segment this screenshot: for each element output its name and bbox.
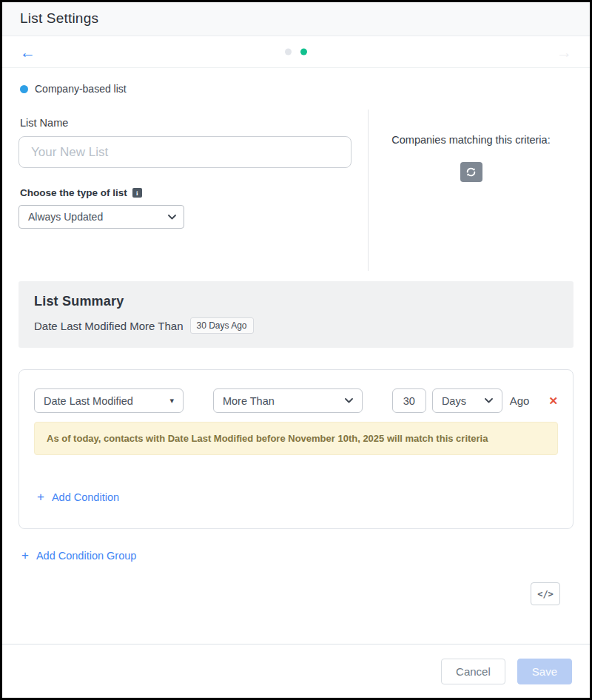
condition-field-dropdown[interactable]: Date Last Modified ▾ (34, 388, 184, 413)
remove-condition-icon[interactable]: ✕ (548, 395, 558, 406)
plus-icon: + (21, 549, 29, 562)
criteria-heading: Companies matching this criteria: (391, 134, 550, 146)
form-left-column: List Name Choose the type of list i Alwa… (18, 110, 368, 271)
list-type-label-row: Choose the type of list i (20, 187, 353, 198)
forward-arrow-icon: → (556, 44, 572, 60)
condition-row: Date Last Modified ▾ More Than Days Ago … (34, 388, 558, 413)
condition-value-input[interactable] (392, 388, 426, 413)
wizard-nav-bar: ← → (2, 36, 590, 68)
add-condition-button[interactable]: + Add Condition (37, 491, 119, 503)
add-condition-label: Add Condition (52, 491, 119, 503)
refresh-icon (465, 166, 477, 178)
save-button[interactable]: Save (517, 659, 572, 684)
info-icon[interactable]: i (132, 188, 142, 198)
summary-badge: 30 Days Ago (190, 317, 254, 334)
caret-down-icon: ▾ (169, 396, 174, 405)
step-dot-1[interactable] (285, 49, 292, 55)
condition-unit-select[interactable]: Days (432, 388, 502, 413)
form-columns: List Name Choose the type of list i Alwa… (18, 110, 574, 271)
condition-field-value: Date Last Modified (44, 395, 133, 407)
chevron-down-icon (485, 398, 493, 403)
condition-operator-value: More Than (223, 395, 275, 407)
list-name-label: List Name (20, 117, 353, 129)
list-type-indicator: Company-based list (20, 83, 574, 95)
page-title: List Settings (20, 10, 572, 27)
condition-note-banner: As of today, contacts with Date Last Mod… (34, 422, 558, 455)
chevron-down-icon (345, 398, 353, 403)
code-view-button[interactable]: </> (531, 582, 560, 605)
code-icon: </> (537, 589, 554, 599)
list-type-select[interactable]: Always Updated (18, 205, 184, 229)
cancel-button[interactable]: Cancel (441, 659, 505, 684)
condition-operator-select[interactable]: More Than (213, 388, 363, 413)
condition-suffix-label: Ago (510, 394, 530, 407)
bullet-icon (20, 85, 28, 93)
dialog-footer: Cancel Save (2, 644, 590, 698)
list-type-selected-value: Always Updated (28, 211, 103, 223)
refresh-count-button[interactable] (460, 162, 482, 182)
condition-group-card: Date Last Modified ▾ More Than Days Ago … (18, 369, 574, 529)
condition-unit-value: Days (442, 395, 466, 407)
add-condition-group-button[interactable]: + Add Condition Group (21, 549, 136, 562)
criteria-panel: Companies matching this criteria: (368, 110, 574, 271)
summary-text: Date Last Modified More Than (34, 320, 184, 332)
list-summary-title: List Summary (34, 294, 558, 309)
code-button-row: </> (18, 582, 574, 605)
step-dots (285, 49, 307, 55)
list-name-input[interactable] (18, 136, 352, 168)
choose-type-label: Choose the type of list (20, 187, 127, 198)
list-settings-dialog: List Settings ← → Company-based list Lis… (0, 0, 592, 700)
dialog-header: List Settings (2, 2, 590, 36)
plus-icon: + (37, 491, 44, 503)
list-summary-line: Date Last Modified More Than 30 Days Ago (34, 317, 558, 334)
list-type-label: Company-based list (35, 83, 127, 95)
chevron-down-icon (168, 215, 176, 220)
add-condition-group-label: Add Condition Group (36, 550, 136, 562)
step-dot-2[interactable] (300, 49, 307, 55)
list-summary-section: List Summary Date Last Modified More Tha… (18, 281, 574, 348)
dialog-content: Company-based list List Name Choose the … (2, 68, 590, 644)
back-arrow-icon[interactable]: ← (20, 44, 36, 60)
